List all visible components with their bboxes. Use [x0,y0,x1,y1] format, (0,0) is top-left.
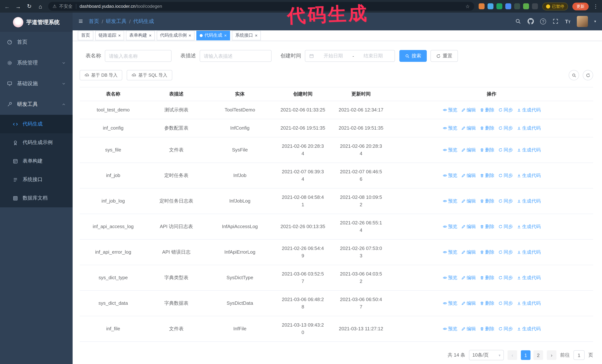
preview-link[interactable]: 预览 [442,300,457,307]
preview-link[interactable]: 预览 [442,125,457,132]
star-icon[interactable]: ☆ [465,3,470,9]
preview-link[interactable]: 预览 [442,172,457,179]
edit-link[interactable]: 编辑 [461,249,476,256]
delete-link[interactable]: 删除 [480,274,494,281]
update-button[interactable]: 更新 [572,2,589,10]
generate-code-link[interactable]: 生成代码 [516,223,541,230]
tab-代码生成[interactable]: 代码生成× [196,31,230,40]
breadcrumb-item[interactable]: 首页 [89,18,99,25]
sidebar-item-代码生成[interactable]: 代码生成 [0,115,73,133]
sidebar-item-基础设施[interactable]: 基础设施 [0,73,73,94]
preview-link[interactable]: 预览 [442,325,457,333]
home-icon[interactable]: ⌂ [37,3,44,10]
edit-link[interactable]: 编辑 [461,146,476,154]
sidebar-item-系统管理[interactable]: 系统管理 [0,52,73,73]
page-button-2[interactable]: 2 [533,350,543,360]
breadcrumb-item[interactable]: 代码生成 [133,18,154,25]
generate-code-link[interactable]: 生成代码 [516,325,541,333]
sidebar-item-系统接口[interactable]: 系统接口 [0,170,73,189]
import-db-button[interactable]: 基于 DB 导入 [80,70,122,80]
toggle-search-button[interactable] [569,70,579,80]
back-icon[interactable]: ← [4,3,10,10]
goto-page-input[interactable] [573,350,585,360]
edit-link[interactable]: 编辑 [461,172,476,179]
delete-link[interactable]: 删除 [480,106,494,114]
refresh-table-button[interactable] [583,70,593,80]
tab-链路追踪[interactable]: 链路追踪× [95,31,124,40]
sidebar-item-数据库文档[interactable]: 数据库文档 [0,189,73,207]
delete-link[interactable]: 删除 [480,325,494,333]
search-icon[interactable] [515,18,521,25]
avatar-caret-down-icon[interactable]: ▾ [594,20,596,23]
reset-button[interactable]: 重置 [430,50,458,62]
delete-link[interactable]: 删除 [480,197,494,205]
hamburger-icon[interactable]: ≡ [78,17,83,26]
flask-extension-icon[interactable] [532,3,538,9]
sidebar-item-研发工具[interactable]: 研发工具 [0,94,73,115]
sync-link[interactable]: 同步 [498,197,513,205]
sync-link[interactable]: 同步 [498,106,513,114]
edit-link[interactable]: 编辑 [461,125,476,132]
sync-link[interactable]: 同步 [498,223,513,230]
generate-code-link[interactable]: 生成代码 [516,125,541,132]
close-icon[interactable]: × [224,33,227,38]
forward-icon[interactable]: → [15,3,22,10]
tab-首页[interactable]: 首页 [78,31,93,40]
grid-extension-icon[interactable] [505,3,511,9]
font-size-icon[interactable]: TT [565,19,570,24]
close-icon[interactable]: × [149,33,151,38]
table-name-input[interactable] [105,50,172,62]
question-icon[interactable]: ? [540,19,546,24]
v-extension-icon[interactable] [496,3,502,9]
sync-link[interactable]: 同步 [498,125,513,132]
tile-extension-icon[interactable] [514,3,520,9]
preview-link[interactable]: 预览 [442,146,457,154]
preview-link[interactable]: 预览 [442,106,457,114]
import-sql-button[interactable]: 基于 SQL 导入 [127,70,172,80]
tab-代码生成示例[interactable]: 代码生成示例× [157,31,194,40]
generate-code-link[interactable]: 生成代码 [516,106,541,114]
generate-code-link[interactable]: 生成代码 [516,197,541,205]
edit-link[interactable]: 编辑 [461,274,476,281]
address-bar[interactable]: ⚠ 不安全 dashboard.yudao.iocoder.cn/tool/co… [48,2,474,11]
preview-link[interactable]: 预览 [442,223,457,230]
sync-link[interactable]: 同步 [498,249,513,256]
preview-link[interactable]: 预览 [442,197,457,205]
reload-icon[interactable]: ↻ [26,3,32,10]
delete-link[interactable]: 删除 [480,146,494,154]
menu-dots-icon[interactable]: ⋮ [593,3,598,9]
paw-extension-icon[interactable] [479,3,484,9]
sidebar-item-首页[interactable]: 首页 [0,32,73,52]
generate-code-link[interactable]: 生成代码 [516,146,541,154]
generate-code-link[interactable]: 生成代码 [516,300,541,307]
close-icon[interactable]: × [255,33,258,38]
preview-link[interactable]: 预览 [442,274,457,281]
sync-link[interactable]: 同步 [498,274,513,281]
leaf-extension-icon[interactable] [523,3,529,9]
sync-link[interactable]: 同步 [498,172,513,179]
prev-page-button[interactable]: ‹ [507,350,517,360]
sync-link[interactable]: 同步 [498,146,513,154]
close-icon[interactable]: × [189,33,191,38]
page-button-1[interactable]: 1 [521,350,530,360]
sync-link[interactable]: 同步 [498,300,513,307]
edit-link[interactable]: 编辑 [461,197,476,205]
delete-link[interactable]: 删除 [480,125,494,132]
drop-extension-icon[interactable] [487,3,494,9]
generate-code-link[interactable]: 生成代码 [516,249,541,256]
github-icon[interactable] [528,18,534,25]
next-page-button[interactable]: › [547,350,556,360]
edit-link[interactable]: 编辑 [461,325,476,333]
avatar[interactable] [577,16,588,27]
fullscreen-icon[interactable] [553,18,559,25]
generate-code-link[interactable]: 生成代码 [516,274,541,281]
sidebar-item-表单构建[interactable]: 表单构建 [0,152,73,170]
edit-link[interactable]: 编辑 [461,106,476,114]
edit-link[interactable]: 编辑 [461,223,476,230]
delete-link[interactable]: 删除 [480,249,494,256]
edit-link[interactable]: 编辑 [461,300,476,307]
table-desc-input[interactable] [200,50,271,62]
date-range-picker[interactable]: 开始日期 - 结束日期 [305,50,395,62]
delete-link[interactable]: 删除 [480,172,494,179]
preview-link[interactable]: 预览 [442,249,457,256]
